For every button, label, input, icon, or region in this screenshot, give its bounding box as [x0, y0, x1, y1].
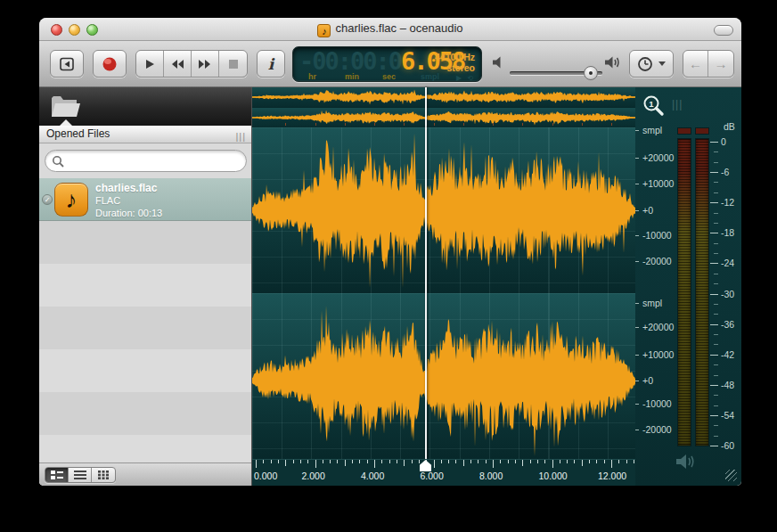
window-resize-grip[interactable]: [725, 470, 737, 481]
time-ruler[interactable]: 0.0002.0004.0006.0008.00010.00012.000: [252, 459, 635, 486]
playhead-line[interactable]: [425, 127, 427, 459]
sidebar-tab-strip: [39, 87, 251, 126]
overview-tick: [582, 123, 583, 126]
ruler-tick: [626, 460, 627, 463]
chevron-down-icon: [658, 61, 666, 66]
ruler-tick: [604, 460, 605, 463]
overview-tick: [463, 123, 464, 126]
ruler-tick: [537, 460, 538, 463]
channel-left-band[interactable]: [252, 127, 635, 293]
time-label: 4.000: [361, 471, 384, 481]
file-item-selected[interactable]: ✓ ♪ charlies.flac FLAC Duration: 00:13: [39, 178, 251, 221]
window-title-area: ♪charlies.flac – ocenaudio: [39, 21, 741, 37]
app-music-note-icon: ♪: [317, 24, 331, 37]
level-meter-left: [677, 138, 691, 446]
opened-files-folder-icon[interactable]: [50, 94, 84, 119]
toolbar-toggle-button[interactable]: [714, 25, 733, 36]
level-meter-right: [695, 138, 709, 446]
scale-tick: [635, 430, 639, 430]
monitor-speaker-icon[interactable]: [675, 453, 698, 471]
fast-forward-button[interactable]: [192, 51, 219, 77]
speaker-quiet-icon: [492, 55, 504, 70]
overview-strip[interactable]: [252, 87, 635, 127]
overview-tick: [434, 123, 435, 126]
scale-tick: [635, 184, 639, 184]
sample-scale-label: -10000: [642, 398, 672, 409]
db-tick: [710, 142, 718, 143]
db-tick-label: -54: [721, 410, 734, 421]
waveform-canvas[interactable]: [252, 127, 635, 459]
sample-scale-label: +20000: [642, 322, 674, 332]
rewind-button[interactable]: [164, 51, 192, 77]
record-icon: [102, 56, 118, 72]
time-format-button[interactable]: [629, 50, 674, 78]
clock-icon: [637, 56, 653, 72]
meter-panel: 1 ||| smpl+20000+10000+0-10000-20000smpl…: [635, 87, 741, 486]
ruler-tick: [441, 460, 442, 463]
sample-scale-label: +0: [642, 205, 653, 216]
overview-tick: [611, 123, 612, 126]
db-tick: [710, 263, 718, 264]
sidebar-panel-header: Opened Files |||: [39, 126, 251, 143]
scale-tick: [635, 327, 639, 328]
file-meta: charlies.flac FLAC Duration: 00:13: [95, 182, 162, 219]
panel-drag-grip[interactable]: |||: [672, 98, 683, 110]
file-duration: Duration: 00:13: [95, 207, 162, 219]
time-label: 2.000: [302, 471, 325, 481]
time-label: 0.000: [254, 471, 277, 481]
sample-scale-label: -20000: [642, 424, 672, 435]
speaker-loud-icon: [604, 55, 624, 70]
sidebar-bottom-bar: [39, 462, 251, 486]
file-list[interactable]: ✓ ♪ charlies.flac FLAC Duration: 00:13: [39, 178, 251, 462]
ruler-tick: [412, 460, 413, 463]
stop-button[interactable]: [219, 51, 247, 77]
ruler-tick: [434, 460, 435, 468]
ruler-tick: [448, 460, 449, 463]
fast-forward-icon: [197, 58, 213, 70]
play-button[interactable]: [136, 51, 164, 77]
clip-indicator-right: [695, 127, 709, 135]
ruler-tick: [263, 460, 264, 463]
search-area: [39, 143, 251, 178]
redo-forward-button[interactable]: →: [708, 51, 733, 77]
ruler-tick: [486, 460, 487, 463]
db-tick-label: -18: [721, 227, 734, 238]
zoom-level-icon[interactable]: 1: [642, 94, 666, 118]
scale-tick: [635, 235, 639, 236]
ruler-tick: [256, 460, 257, 468]
clip-indicator-left: [677, 127, 691, 135]
ruler-tick: [307, 460, 308, 463]
ruler-tick: [544, 460, 545, 463]
info-button[interactable]: i: [257, 50, 285, 78]
overview-playhead-line: [425, 87, 427, 127]
channel-right-band[interactable]: [252, 293, 635, 459]
overview-tick: [285, 123, 286, 126]
db-tick-label: 0: [721, 136, 726, 147]
ruler-tick: [560, 460, 560, 463]
view-list-button[interactable]: [69, 468, 92, 482]
ruler-tick: [611, 460, 612, 468]
scale-tick: [635, 158, 639, 159]
skip-to-start-button[interactable]: [50, 50, 84, 78]
search-field[interactable]: [45, 150, 247, 172]
ruler-tick: [404, 460, 405, 466]
view-detailed-list-button[interactable]: [45, 468, 69, 482]
db-scale-title: dB: [724, 121, 735, 132]
ruler-tick: [293, 460, 294, 463]
undo-back-button[interactable]: ←: [683, 51, 708, 77]
ruler-tick: [300, 460, 301, 463]
volume-slider-knob[interactable]: [584, 66, 598, 80]
scale-tick: [635, 355, 639, 356]
search-input[interactable]: [67, 152, 236, 169]
toolbar: i -00:00:06.058 hr min sec smpl 44100 Hz…: [39, 41, 741, 87]
ruler-tick: [493, 460, 494, 468]
sample-rate: 44100 Hz: [435, 52, 475, 62]
audio-file-icon: ♪: [54, 183, 88, 217]
time-display[interactable]: -00:00:06.058 hr min sec smpl 44100 Hz s…: [292, 46, 482, 82]
db-tick-label: -24: [721, 258, 734, 268]
db-tick-label: -36: [721, 319, 734, 330]
record-button[interactable]: [93, 50, 127, 78]
view-grid-button[interactable]: [92, 468, 115, 482]
playhead-marker[interactable]: [420, 460, 431, 471]
sample-scale-label: smpl: [642, 298, 662, 308]
